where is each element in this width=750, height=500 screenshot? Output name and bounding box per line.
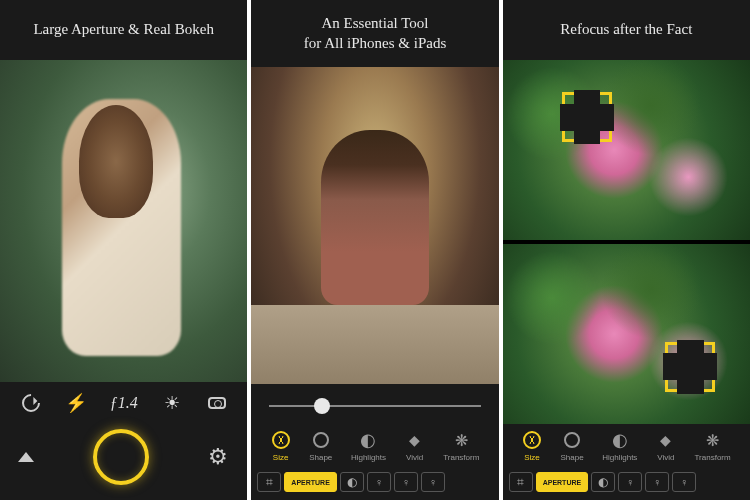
tools-row: Size Shape Highlights Vivid Transform [503,424,750,468]
camera-switch-icon[interactable] [206,392,228,414]
photo-preview[interactable] [0,60,247,382]
tool-shape[interactable]: Shape [309,430,332,462]
flash-icon[interactable] [65,392,87,414]
tabs-row: APERTURE [251,468,498,500]
tab-effect-3[interactable] [421,472,445,492]
slider-thumb[interactable] [314,398,330,414]
tool-vivid[interactable]: Vivid [656,430,676,462]
shutter-row [0,419,247,500]
exposure-icon[interactable] [161,392,183,414]
aperture-slider[interactable] [269,396,480,416]
tab-effect-2[interactable] [394,472,418,492]
screenshot-panel-2: An Essential Tool for All iPhones & iPad… [251,0,498,500]
tool-transform[interactable]: Transform [443,430,479,462]
rotate-icon[interactable] [20,392,42,414]
tab-crop[interactable] [257,472,281,492]
tab-aperture[interactable]: APERTURE [284,472,337,492]
tool-highlights[interactable]: Highlights [602,430,637,462]
focus-indicator[interactable] [665,342,715,392]
tool-size[interactable]: Size [522,430,542,462]
tool-highlights[interactable]: Highlights [351,430,386,462]
tool-vivid[interactable]: Vivid [405,430,425,462]
photo-preview-stack [503,60,750,424]
tab-effect-1[interactable] [367,472,391,492]
camera-controls-row: ƒ1.4 [0,382,247,419]
photo-before[interactable] [503,60,750,240]
panel-title: Large Aperture & Real Bokeh [0,0,247,60]
tab-crop[interactable] [509,472,533,492]
tools-row: Size Shape Highlights Vivid Transform [251,424,498,468]
tab-lens[interactable] [340,472,364,492]
tool-shape[interactable]: Shape [561,430,584,462]
slider-row [251,384,498,424]
focus-indicator[interactable] [562,92,612,142]
tab-effect-2[interactable] [645,472,669,492]
photo-preview[interactable] [251,67,498,384]
tab-lens[interactable] [591,472,615,492]
tab-aperture[interactable]: APERTURE [536,472,589,492]
tab-effect-3[interactable] [672,472,696,492]
panel-title: Refocus after the Fact [503,0,750,60]
panel-title: An Essential Tool for All iPhones & iPad… [251,0,498,67]
expand-up-icon[interactable] [18,452,34,462]
settings-icon[interactable] [207,446,229,468]
tool-size[interactable]: Size [271,430,291,462]
aperture-value[interactable]: ƒ1.4 [110,394,138,412]
screenshot-panel-3: Refocus after the Fact Size Shape Highli… [503,0,750,500]
shutter-button[interactable] [93,429,149,485]
tab-effect-1[interactable] [618,472,642,492]
photo-after[interactable] [503,244,750,424]
screenshot-panel-1: Large Aperture & Real Bokeh ƒ1.4 [0,0,247,500]
tabs-row: APERTURE [503,468,750,500]
tool-transform[interactable]: Transform [695,430,731,462]
